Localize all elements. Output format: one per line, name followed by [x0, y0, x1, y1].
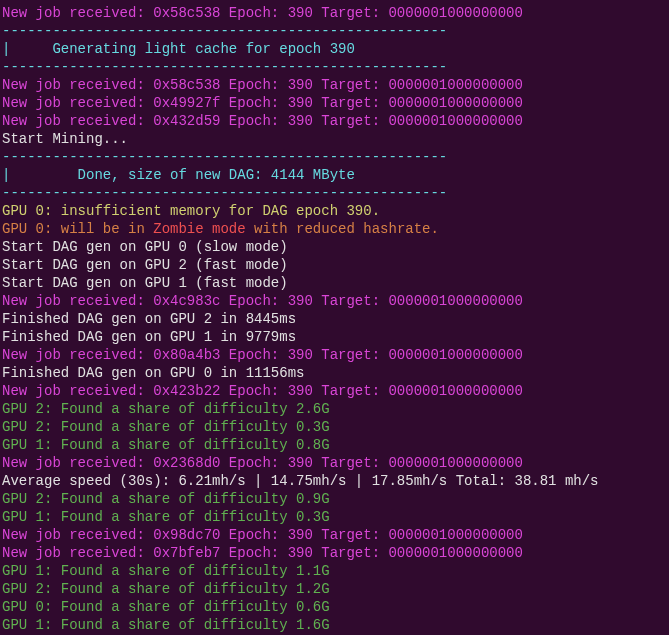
terminal-line: GPU 0: insufficient memory for DAG epoch… [2, 202, 667, 220]
text-segment: Finished DAG gen on GPU 0 in 11156ms [2, 365, 304, 381]
text-segment: GPU 1: Found a share of difficulty 0.8G [2, 437, 330, 453]
text-segment: New job received: 0x49927f Epoch: 390 Ta… [2, 95, 523, 111]
text-segment: GPU 2: Found a share of difficulty 0.9G [2, 491, 330, 507]
terminal-line: New job received: 0x98dc70 Epoch: 390 Ta… [2, 526, 667, 544]
text-segment: Zombie mode [153, 221, 245, 237]
text-segment: GPU 2: Found a share of difficulty 1.2G [2, 581, 330, 597]
terminal-line: New job received: 0x423b22 Epoch: 390 Ta… [2, 382, 667, 400]
terminal-line: GPU 1: Found a share of difficulty 0.8G [2, 436, 667, 454]
text-segment: GPU 0: insufficient memory for DAG epoch… [2, 203, 380, 219]
text-segment: GPU 0: Found a share of difficulty 0.6G [2, 599, 330, 615]
text-segment: New job received: 0x2368d0 Epoch: 390 Ta… [2, 455, 523, 471]
terminal-line: GPU 1: Found a share of difficulty 1.6G [2, 616, 667, 634]
text-segment: Finished DAG gen on GPU 1 in 9779ms [2, 329, 296, 345]
text-segment: Average speed (30s): 6.21mh/s | 14.75mh/… [2, 473, 599, 489]
terminal-line: Start DAG gen on GPU 2 (fast mode) [2, 256, 667, 274]
terminal-line: GPU 2: Found a share of difficulty 1.2G [2, 580, 667, 598]
terminal-line: GPU 2: Found a share of difficulty 2.6G [2, 400, 667, 418]
terminal-line: New job received: 0x49927f Epoch: 390 Ta… [2, 94, 667, 112]
terminal-line: GPU 0: Found a share of difficulty 0.6G [2, 598, 667, 616]
text-segment: Start DAG gen on GPU 2 (fast mode) [2, 257, 288, 273]
terminal-line: Start DAG gen on GPU 1 (fast mode) [2, 274, 667, 292]
text-segment: GPU 1: Found a share of difficulty 1.6G [2, 617, 330, 633]
text-segment: GPU 2: Found a share of difficulty 2.6G [2, 401, 330, 417]
terminal-line: | Done, size of new DAG: 4144 MByte [2, 166, 667, 184]
terminal-line: New job received: 0x58c538 Epoch: 390 Ta… [2, 4, 667, 22]
terminal-line: Finished DAG gen on GPU 1 in 9779ms [2, 328, 667, 346]
terminal-line: New job received: 0x432d59 Epoch: 390 Ta… [2, 112, 667, 130]
text-segment: GPU 2: Found a share of difficulty 0.3G [2, 419, 330, 435]
terminal-line: ----------------------------------------… [2, 148, 667, 166]
text-segment: GPU 0: will be in [2, 221, 153, 237]
text-segment: GPU 1: Found a share of difficulty 0.3G [2, 509, 330, 525]
terminal-line: GPU 0: will be in Zombie mode with reduc… [2, 220, 667, 238]
terminal-line: GPU 1: Found a share of difficulty 1.1G [2, 562, 667, 580]
terminal-line: GPU 2: Found a share of difficulty 0.3G [2, 418, 667, 436]
text-segment: New job received: 0x58c538 Epoch: 390 Ta… [2, 77, 523, 93]
text-segment: Start Mining... [2, 131, 128, 147]
text-segment: | Done, size of new DAG: 4144 MByte [2, 167, 355, 183]
terminal-line: New job received: 0x58c538 Epoch: 390 Ta… [2, 76, 667, 94]
text-segment: GPU 1: Found a share of difficulty 1.1G [2, 563, 330, 579]
text-segment: Finished DAG gen on GPU 2 in 8445ms [2, 311, 296, 327]
terminal-line: Finished DAG gen on GPU 2 in 8445ms [2, 310, 667, 328]
terminal-line: New job received: 0x4c983c Epoch: 390 Ta… [2, 292, 667, 310]
text-segment: New job received: 0x423b22 Epoch: 390 Ta… [2, 383, 523, 399]
text-segment: New job received: 0x4c983c Epoch: 390 Ta… [2, 293, 523, 309]
text-segment: | Generating light cache for epoch 390 [2, 41, 355, 57]
terminal-line: New job received: 0x7bfeb7 Epoch: 390 Ta… [2, 544, 667, 562]
terminal-line: New job received: 0x2368d0 Epoch: 390 Ta… [2, 454, 667, 472]
terminal-line: | Generating light cache for epoch 390 [2, 40, 667, 58]
terminal-line: ----------------------------------------… [2, 58, 667, 76]
text-segment: ----------------------------------------… [2, 149, 447, 165]
text-segment: New job received: 0x58c538 Epoch: 390 Ta… [2, 5, 523, 21]
text-segment: ----------------------------------------… [2, 185, 447, 201]
terminal-line: Start DAG gen on GPU 0 (slow mode) [2, 238, 667, 256]
terminal-line: ----------------------------------------… [2, 184, 667, 202]
text-segment: with reduced hashrate. [246, 221, 439, 237]
text-segment: New job received: 0x80a4b3 Epoch: 390 Ta… [2, 347, 523, 363]
terminal-output: New job received: 0x58c538 Epoch: 390 Ta… [2, 4, 667, 634]
text-segment: Start DAG gen on GPU 0 (slow mode) [2, 239, 288, 255]
terminal-line: Start Mining... [2, 130, 667, 148]
terminal-line: GPU 1: Found a share of difficulty 0.3G [2, 508, 667, 526]
terminal-line: Average speed (30s): 6.21mh/s | 14.75mh/… [2, 472, 667, 490]
terminal-line: New job received: 0x80a4b3 Epoch: 390 Ta… [2, 346, 667, 364]
terminal-line: GPU 2: Found a share of difficulty 0.9G [2, 490, 667, 508]
text-segment: ----------------------------------------… [2, 23, 447, 39]
text-segment: New job received: 0x98dc70 Epoch: 390 Ta… [2, 527, 523, 543]
text-segment: New job received: 0x7bfeb7 Epoch: 390 Ta… [2, 545, 523, 561]
text-segment: New job received: 0x432d59 Epoch: 390 Ta… [2, 113, 523, 129]
text-segment: Start DAG gen on GPU 1 (fast mode) [2, 275, 288, 291]
text-segment: ----------------------------------------… [2, 59, 447, 75]
terminal-line: Finished DAG gen on GPU 0 in 11156ms [2, 364, 667, 382]
terminal-line: ----------------------------------------… [2, 22, 667, 40]
